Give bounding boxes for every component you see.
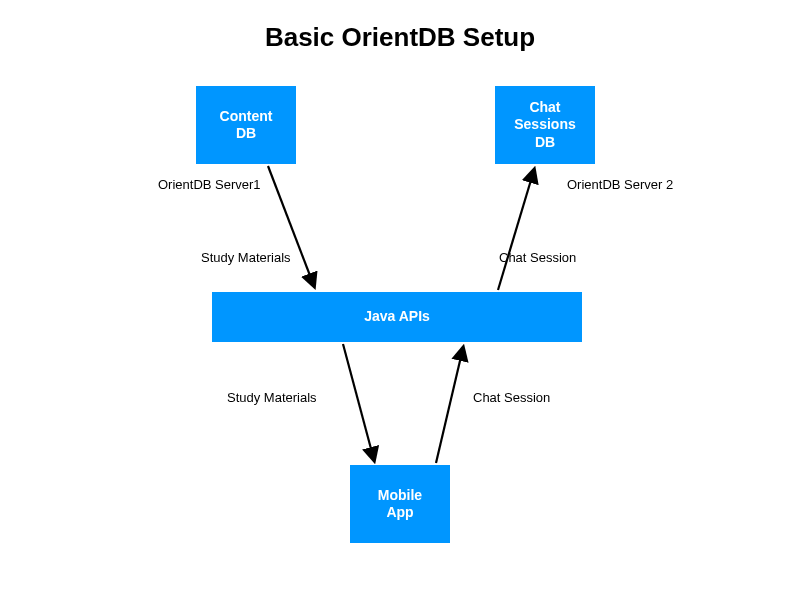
diagram-title: Basic OrientDB Setup bbox=[0, 22, 800, 53]
edge-label-server2: OrientDB Server 2 bbox=[567, 177, 673, 192]
edge-label-chat-session-upper: Chat Session bbox=[499, 250, 576, 265]
node-label: Chat Sessions DB bbox=[514, 99, 575, 152]
svg-line-3 bbox=[343, 344, 374, 460]
node-label: Mobile App bbox=[378, 487, 422, 522]
node-mobile-app: Mobile App bbox=[350, 465, 450, 543]
svg-line-4 bbox=[436, 348, 463, 463]
node-content-db: Content DB bbox=[196, 86, 296, 164]
edge-label-study-materials-lower: Study Materials bbox=[227, 390, 317, 405]
edge-label-study-materials-upper: Study Materials bbox=[201, 250, 291, 265]
edge-label-server1: OrientDB Server1 bbox=[158, 177, 261, 192]
svg-line-1 bbox=[268, 166, 314, 286]
edge-label-chat-session-lower: Chat Session bbox=[473, 390, 550, 405]
node-label: Content DB bbox=[220, 108, 273, 143]
node-chat-sessions-db: Chat Sessions DB bbox=[495, 86, 595, 164]
node-label: Java APIs bbox=[364, 308, 430, 326]
svg-line-2 bbox=[498, 170, 534, 290]
node-java-apis: Java APIs bbox=[212, 292, 582, 342]
